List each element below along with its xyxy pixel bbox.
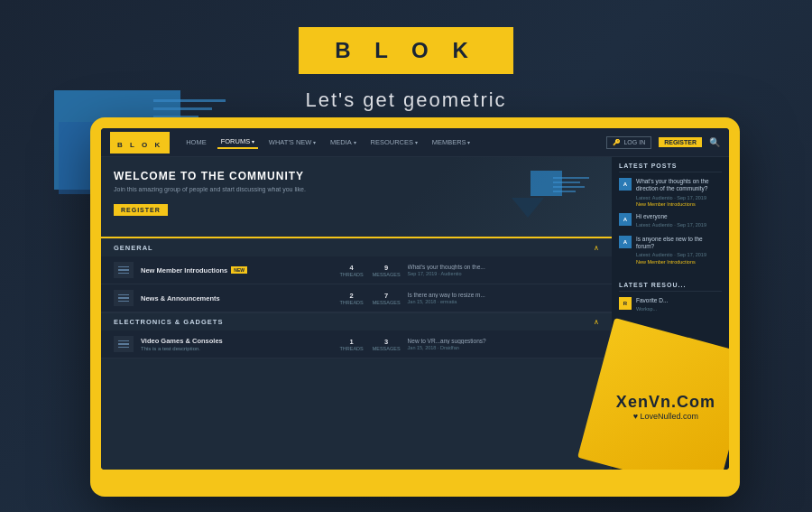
- forum-name: News & Announcements: [141, 294, 332, 303]
- post-item-2: A Hi everyone Latest: Audientio · Sep 17…: [619, 213, 722, 229]
- stat-num: 3: [373, 338, 401, 346]
- hero-register-button[interactable]: REGISTER: [114, 204, 168, 216]
- forum-badge: NEW: [231, 266, 247, 274]
- watermark-inner: XenVn.Com ♥ LoveNulled.com: [616, 392, 715, 420]
- hero-deco-line: [553, 182, 580, 183]
- logo-text: B L O K: [335, 38, 477, 63]
- forum-icon-lines: [118, 266, 129, 275]
- tagline: Let's get geometric: [305, 88, 506, 112]
- nav-home[interactable]: HOME: [182, 136, 210, 148]
- forum-icon-lines: [118, 294, 129, 303]
- login-button[interactable]: 🔑 LOG IN: [606, 136, 651, 149]
- stat-messages: 9 Messages: [373, 264, 401, 277]
- stat-messages: 3 Messages: [373, 338, 401, 351]
- post-meta-3: Latest: Audientio · Sep 17, 2019: [636, 252, 722, 258]
- search-icon[interactable]: 🔍: [709, 137, 720, 147]
- laptop-frame: B L O K HOME FORUMS WHAT'S NEW MEDIA RES…: [90, 117, 740, 497]
- latest-meta: Sep 17, 2019 · Audientio: [408, 271, 599, 276]
- register-button[interactable]: REGISTER: [659, 137, 702, 147]
- stat-num: 2: [339, 292, 363, 300]
- hero-deco-line: [553, 186, 585, 188]
- stat-threads: 4 Threads: [339, 264, 363, 277]
- stat-label: Messages: [373, 272, 401, 277]
- laptop-screen: B L O K HOME FORUMS WHAT'S NEW MEDIA RES…: [101, 128, 729, 470]
- hero-deco-line: [553, 177, 589, 179]
- stat-num: 7: [373, 292, 401, 300]
- laptop-wrapper: B L O K HOME FORUMS WHAT'S NEW MEDIA RES…: [90, 117, 785, 494]
- post-avatar-2: A: [619, 213, 632, 226]
- forum-info: Video Games & Consoles This is a test de…: [141, 337, 332, 351]
- resource-item-1: R Favorite D... Worksp...: [619, 297, 722, 313]
- hero-deco-lines: [553, 177, 589, 192]
- forum-row-new-members: New Member Introductions NEW 4 Threads 9: [101, 256, 612, 284]
- forum-name-link[interactable]: New Member Introductions: [141, 266, 227, 275]
- post-title-3[interactable]: Is anyone else new to the forum?: [636, 236, 722, 251]
- hero-subtitle: Join this amazing group of people and st…: [114, 186, 599, 192]
- stat-messages: 7 Messages: [373, 292, 401, 305]
- nav-members[interactable]: MEMBERS: [429, 136, 475, 148]
- forum-name-link[interactable]: Video Games & Consoles: [141, 337, 223, 345]
- post-text-3: Is anyone else new to the forum? Latest:…: [636, 236, 722, 265]
- forum-icon-lines: [118, 340, 129, 349]
- stat-label: Threads: [339, 272, 363, 277]
- forum-name-link[interactable]: News & Announcements: [141, 294, 220, 303]
- section-header-general: GENERAL ∧: [101, 238, 612, 256]
- section-header-electronics: ELECTRONICS & GADGETS ∧: [101, 312, 612, 330]
- post-item-1: A What's your thoughts on the direction …: [619, 178, 722, 207]
- hero-title: WELCOME TO THE COMMUNITY: [114, 170, 599, 182]
- post-title-2[interactable]: Hi everyone: [636, 213, 722, 220]
- post-title-1[interactable]: What's your thoughts on the direction of…: [636, 178, 722, 193]
- stat-label: Messages: [373, 300, 401, 305]
- stat-label: Messages: [373, 346, 401, 351]
- forum-icon: [114, 336, 134, 352]
- forum-latest: New to VR...any suggestions? Jan 15, 201…: [408, 338, 599, 350]
- post-meta-2: Latest: Audientio · Sep 17, 2019: [636, 222, 722, 228]
- forum-icon-line: [118, 340, 129, 342]
- forum-stats: 4 Threads 9 Messages: [339, 264, 400, 277]
- watermark-text-1: XenVn.Com: [616, 392, 715, 411]
- forum-icon-line: [118, 266, 129, 268]
- stat-num: 9: [373, 264, 401, 272]
- sidebar-latest-posts: LATEST POSTS A What's your thoughts on t…: [612, 157, 729, 276]
- forum-latest: Is there any way to resize m... Jan 15, …: [408, 292, 599, 304]
- login-label: LOG IN: [623, 139, 645, 145]
- key-icon: 🔑: [613, 139, 621, 146]
- post-item-3: A Is anyone else new to the forum? Lates…: [619, 236, 722, 265]
- forum-icon-line: [118, 273, 129, 275]
- post-avatar-3: A: [619, 236, 632, 248]
- hero-deco-triangle: [512, 198, 544, 218]
- stat-threads: 1 Threads: [339, 338, 363, 351]
- nav-media[interactable]: MEDIA: [327, 136, 359, 148]
- latest-title: What's your thoughts on the...: [408, 264, 599, 270]
- resource-title-1[interactable]: Favorite D...: [636, 297, 722, 304]
- post-link-1[interactable]: New Member Introductions: [636, 201, 722, 207]
- latest-meta: Jan 15, 2018 · ermatia: [408, 299, 599, 304]
- forum-icon-line: [118, 297, 129, 299]
- stat-label: Threads: [339, 346, 363, 351]
- section-collapse-electronics[interactable]: ∧: [594, 318, 599, 326]
- forum-latest: What's your thoughts on the... Sep 17, 2…: [408, 264, 599, 276]
- nav-whats-new[interactable]: WHAT'S NEW: [265, 136, 319, 148]
- sidebar-latest-resources: LATEST RESOU... R Favorite D... Worksp..…: [612, 276, 729, 325]
- latest-title: New to VR...any suggestions?: [408, 338, 599, 344]
- forum-stats: 1 Threads 3 Messages: [339, 338, 400, 351]
- section-collapse-general[interactable]: ∧: [594, 244, 599, 252]
- nav-resources[interactable]: RESOURCES: [367, 136, 421, 148]
- section-title-electronics: ELECTRONICS & GADGETS: [114, 318, 223, 326]
- forum-content: WELCOME TO THE COMMUNITY Join this amazi…: [101, 157, 612, 470]
- forum-icon-line: [118, 301, 129, 303]
- logo-box: B L O K: [299, 27, 513, 74]
- forum-logo-text: B L O K: [117, 141, 162, 149]
- post-link-3[interactable]: New Member Introductions: [636, 259, 722, 265]
- stat-num: 1: [339, 338, 363, 346]
- post-meta-1: Latest: Audientio · Sep 17, 2019: [636, 195, 722, 201]
- resource-text-1: Favorite D... Worksp...: [636, 297, 722, 313]
- forum-icon-line: [118, 343, 129, 345]
- forum-navbar: B L O K HOME FORUMS WHAT'S NEW MEDIA RES…: [101, 128, 729, 157]
- nav-forums[interactable]: FORUMS: [217, 135, 258, 149]
- forum-stats: 2 Threads 7 Messages: [339, 292, 400, 305]
- sidebar-latest-posts-title: LATEST POSTS: [619, 163, 722, 172]
- forum-row-news: News & Announcements 2 Threads 7 Message…: [101, 284, 612, 312]
- top-logo-area: B L O K Let's get geometric: [0, 27, 812, 112]
- hero-banner: WELCOME TO THE COMMUNITY Join this amazi…: [101, 157, 612, 238]
